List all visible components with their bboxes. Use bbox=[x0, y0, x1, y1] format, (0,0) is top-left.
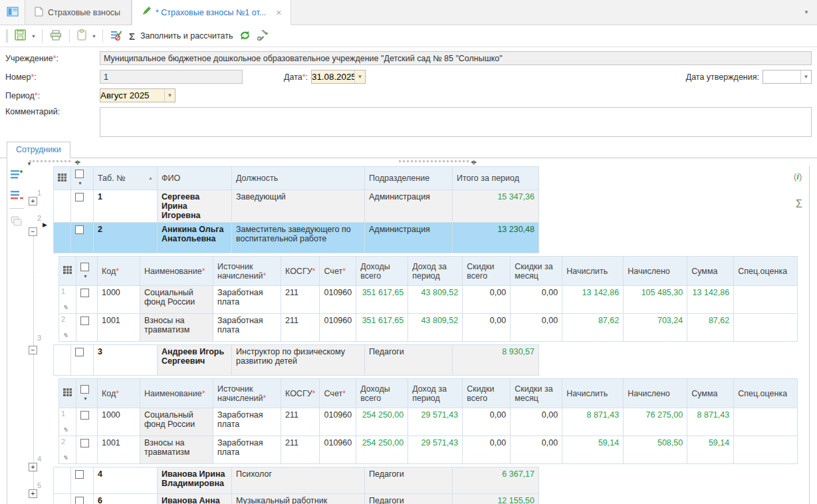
column-code[interactable]: Код* bbox=[98, 257, 140, 286]
tab-employees[interactable]: Сотрудники bbox=[7, 142, 70, 158]
save-button[interactable] bbox=[11, 27, 29, 45]
approval-date-field[interactable] bbox=[763, 70, 800, 83]
contribution-row[interactable]: 2✎ 1001 Взносы на травматизм Заработная … bbox=[59, 314, 798, 342]
row-checkbox[interactable] bbox=[75, 497, 84, 504]
column-sum[interactable]: Сумма bbox=[687, 257, 734, 286]
row-checkbox[interactable] bbox=[80, 316, 89, 325]
column-spec[interactable]: Спец.оценка bbox=[734, 257, 798, 286]
employee-row-selected[interactable]: 2 Аникина Ольга Анатольевна Заместитель … bbox=[54, 223, 539, 253]
institution-field[interactable] bbox=[100, 51, 812, 65]
column-name[interactable]: Наименование* bbox=[140, 257, 213, 286]
employee-row[interactable]: 4 Иванова Ирина Владимировна Психолог Пе… bbox=[54, 467, 539, 494]
sigma-icon: Σ bbox=[129, 31, 135, 42]
column-discount-month[interactable]: Скидки за месяц bbox=[511, 379, 562, 408]
date-field[interactable] bbox=[312, 70, 354, 83]
column-discount-total[interactable]: Скидки всего bbox=[463, 379, 511, 408]
approval-date-combo[interactable]: ▼ bbox=[762, 70, 812, 84]
select-all-checkbox[interactable] bbox=[75, 170, 84, 178]
tab-insurance-doc[interactable]: * Страховые взносы №1 от... × bbox=[132, 0, 291, 25]
tab-list-chevron-icon[interactable]: ▼ bbox=[804, 9, 809, 15]
column-accrue[interactable]: Начислить bbox=[562, 379, 624, 408]
paste-button[interactable] bbox=[74, 27, 90, 45]
column-kosgu[interactable]: КОСГУ* bbox=[281, 257, 320, 286]
grid-selector[interactable] bbox=[54, 167, 71, 190]
column-discount-month[interactable]: Скидки за месяц bbox=[511, 257, 562, 286]
selection-dropdown-icon[interactable]: ▼ bbox=[83, 396, 88, 401]
grid-selector[interactable] bbox=[59, 257, 76, 286]
selection-dropdown-icon[interactable]: ▼ bbox=[83, 274, 88, 279]
save-dropdown-icon[interactable]: ▼ bbox=[29, 34, 38, 39]
close-icon[interactable]: × bbox=[276, 7, 281, 18]
column-name[interactable]: Наименование* bbox=[140, 379, 213, 408]
tab-insurance-list[interactable]: Страховые взносы bbox=[25, 0, 132, 25]
grid-selector[interactable] bbox=[59, 379, 76, 408]
fill-calculate-button[interactable]: Σ Заполнить и рассчитать bbox=[126, 28, 237, 45]
column-tab-no[interactable]: Таб. №▲ bbox=[94, 167, 158, 190]
date-dropdown-icon[interactable]: ▼ bbox=[354, 70, 365, 83]
contribution-row[interactable]: 1✎ 1000 Социальный фонд России Заработна… bbox=[59, 286, 798, 314]
toolbar-grip[interactable] bbox=[6, 29, 8, 43]
approval-date-dropdown-icon[interactable]: ▼ bbox=[800, 70, 811, 83]
column-kosgu[interactable]: КОСГУ* bbox=[281, 379, 320, 408]
column-spec[interactable]: Спец.оценка bbox=[734, 379, 798, 408]
row-checkbox[interactable] bbox=[75, 225, 84, 234]
approval-date-label: Дата утверждения: bbox=[686, 72, 759, 82]
column-income-period[interactable]: Доход за период bbox=[408, 379, 463, 408]
column-department[interactable]: Подразделение bbox=[365, 167, 453, 190]
column-source[interactable]: Источник начислений* bbox=[213, 379, 281, 408]
period-combo[interactable]: ▼ bbox=[100, 88, 175, 102]
column-fio[interactable]: ФИО bbox=[158, 167, 232, 190]
period-field[interactable] bbox=[100, 89, 164, 102]
home-button[interactable] bbox=[0, 0, 25, 25]
column-position[interactable]: Должность bbox=[232, 167, 365, 190]
select-all-checkbox[interactable] bbox=[80, 263, 89, 271]
column-accrued[interactable]: Начислено bbox=[624, 379, 687, 408]
column-discount-total[interactable]: Скидки всего bbox=[463, 257, 511, 286]
refresh-button[interactable] bbox=[236, 27, 254, 45]
contribution-row[interactable]: 1✎ 1000 Социальный фонд России Заработна… bbox=[59, 408, 798, 436]
select-all-checkbox[interactable] bbox=[80, 385, 89, 394]
period-dropdown-icon[interactable]: ▼ bbox=[164, 89, 175, 102]
cell-discount-total: 0,00 bbox=[463, 436, 511, 464]
column-income-period[interactable]: Доход за период bbox=[408, 257, 463, 286]
number-field[interactable] bbox=[100, 70, 243, 84]
column-income-total[interactable]: Доходы всего bbox=[356, 379, 408, 408]
employee-row[interactable]: 1 Сергеева Ирина Игоревна Заведующий Адм… bbox=[54, 190, 539, 223]
column-splitter-icon[interactable]: ◂||▸ bbox=[74, 159, 80, 165]
column-account[interactable]: Счет* bbox=[320, 379, 356, 408]
totals-button[interactable]: Σ bbox=[796, 198, 802, 210]
cell-department: Администрация bbox=[365, 190, 453, 223]
edit-marker-icon: ✎ bbox=[62, 304, 68, 311]
contribution-row[interactable]: 2✎ 1001 Взносы на травматизм Заработная … bbox=[59, 436, 798, 464]
row-checkbox[interactable] bbox=[75, 348, 84, 356]
grid-drag-handle[interactable] bbox=[399, 160, 469, 163]
column-income-total[interactable]: Доходы всего bbox=[356, 257, 408, 286]
column-account[interactable]: Счет* bbox=[320, 257, 356, 286]
comment-field[interactable] bbox=[100, 107, 812, 137]
column-source[interactable]: Источник начислений* bbox=[213, 257, 281, 286]
info-button[interactable]: (i) bbox=[794, 172, 802, 182]
grid-drag-handle[interactable] bbox=[29, 160, 70, 163]
row-checkbox[interactable] bbox=[80, 289, 89, 297]
employee-row[interactable]: 3 Андреев Игорь Сергеевич Инструктор по … bbox=[54, 345, 539, 376]
column-accrued[interactable]: Начислено bbox=[624, 257, 687, 286]
select-all-header[interactable]: ▼ bbox=[76, 379, 98, 408]
date-combo[interactable]: ▼ bbox=[311, 70, 366, 84]
column-splitter-icon[interactable]: ◂||▸ bbox=[471, 159, 476, 165]
employee-row[interactable]: 6 Иванова Анна Владимировна Музыкальный … bbox=[54, 494, 539, 504]
column-sum[interactable]: Сумма bbox=[687, 379, 734, 408]
print-button[interactable] bbox=[47, 27, 65, 45]
select-all-header[interactable]: ▼ bbox=[71, 167, 94, 190]
column-total[interactable]: Итого за период bbox=[453, 167, 539, 190]
paste-dropdown-icon[interactable]: ▼ bbox=[90, 34, 98, 39]
select-all-header[interactable]: ▼ bbox=[76, 257, 98, 286]
column-code[interactable]: Код* bbox=[98, 379, 140, 408]
row-checkbox[interactable] bbox=[80, 411, 89, 420]
row-checkbox[interactable] bbox=[75, 470, 84, 479]
tools-button[interactable] bbox=[254, 27, 272, 45]
row-checkbox[interactable] bbox=[80, 439, 89, 447]
row-checkbox[interactable] bbox=[75, 193, 84, 201]
column-accrue[interactable]: Начислить bbox=[562, 257, 624, 286]
selection-dropdown-icon[interactable]: ▼ bbox=[78, 181, 82, 186]
check-document-button[interactable] bbox=[107, 27, 126, 45]
